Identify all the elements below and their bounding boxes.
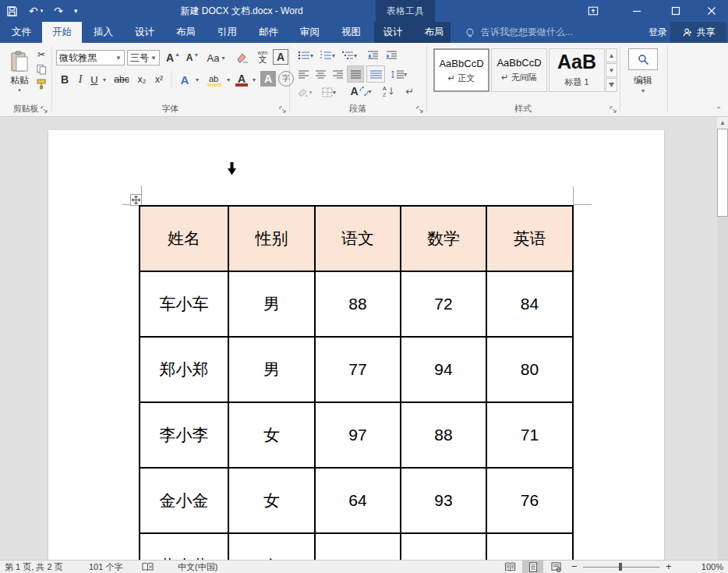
- change-case-button[interactable]: Aa▾: [204, 49, 228, 66]
- table-header-cell[interactable]: 性别: [228, 206, 315, 271]
- undo-icon[interactable]: ↶▾: [29, 5, 43, 17]
- table-header-row[interactable]: 姓名性别语文数学英语: [140, 206, 573, 271]
- table-cell[interactable]: 72: [401, 271, 486, 337]
- font-name-combobox[interactable]: 微软雅黑▼: [56, 50, 125, 65]
- strikethrough-button[interactable]: abc: [111, 72, 132, 87]
- vertical-scrollbar[interactable]: ▲: [717, 117, 728, 560]
- tab-main-4[interactable]: 引用: [207, 22, 247, 43]
- underline-dropdown-icon[interactable]: ▾: [101, 72, 108, 87]
- table-cell[interactable]: 88: [401, 402, 486, 468]
- find-button[interactable]: [628, 48, 658, 70]
- table-cell[interactable]: 90: [315, 533, 401, 560]
- bullets-button[interactable]: ▾: [296, 48, 315, 62]
- table-cell[interactable]: 64: [315, 468, 401, 533]
- customize-qat-icon[interactable]: ▾: [74, 7, 78, 15]
- multilevel-list-button[interactable]: ▾: [340, 48, 359, 62]
- copy-icon[interactable]: [34, 63, 48, 76]
- character-border-button[interactable]: A: [273, 49, 288, 65]
- bold-button[interactable]: B: [58, 72, 72, 87]
- save-icon[interactable]: [6, 5, 18, 17]
- subscript-button[interactable]: x₂: [134, 72, 150, 87]
- phonetic-guide-icon[interactable]: wén文: [254, 48, 271, 66]
- highlight-dropdown-icon[interactable]: ▾: [224, 72, 232, 87]
- table-header-cell[interactable]: 数学: [401, 206, 486, 271]
- redo-icon[interactable]: ↷: [54, 5, 63, 17]
- table-cell[interactable]: 男: [228, 271, 315, 337]
- enclose-characters-button[interactable]: 字: [278, 71, 294, 87]
- clear-formatting-icon[interactable]: [234, 49, 251, 66]
- editing-menu-button[interactable]: 编辑: [628, 74, 658, 87]
- table-cell[interactable]: 93: [401, 468, 486, 533]
- increase-indent-icon[interactable]: [383, 48, 399, 62]
- align-left-icon[interactable]: [296, 67, 310, 81]
- styles-more-icon[interactable]: ▬▼: [606, 78, 617, 92]
- align-center-icon[interactable]: [313, 67, 327, 81]
- style-card-2[interactable]: AaB标题 1: [549, 48, 605, 92]
- table-cell[interactable]: 女: [228, 468, 315, 533]
- text-effects-dropdown-icon[interactable]: ▾: [193, 72, 201, 87]
- font-color-button[interactable]: A: [234, 70, 249, 87]
- font-color-dropdown-icon[interactable]: ▾: [250, 72, 258, 87]
- styles-dialog-launcher-icon[interactable]: [610, 104, 617, 112]
- shading-button[interactable]: ▾: [295, 85, 315, 99]
- grow-font-button[interactable]: A▲: [164, 49, 182, 66]
- tab-file[interactable]: 文件: [2, 22, 41, 43]
- justify-button-selected[interactable]: [347, 65, 364, 83]
- shrink-font-button[interactable]: A▼: [184, 49, 201, 66]
- read-mode-icon[interactable]: [500, 561, 521, 573]
- tab-main-2[interactable]: 设计: [125, 22, 164, 43]
- score-table[interactable]: 姓名性别语文数学英语 车小车男887284郑小郑男779480李小李女97887…: [139, 205, 574, 560]
- table-cell[interactable]: 97: [401, 533, 486, 560]
- tell-me-search[interactable]: 告诉我您想要做什么...: [465, 22, 573, 43]
- zoom-slider-thumb[interactable]: [619, 563, 622, 571]
- table-cell[interactable]: 76: [486, 468, 573, 533]
- align-right-icon[interactable]: [330, 67, 345, 81]
- table-cell[interactable]: 88: [315, 271, 401, 337]
- sign-in-link[interactable]: 登录: [648, 22, 667, 43]
- table-row[interactable]: 车小车男887284: [140, 271, 573, 337]
- share-button[interactable]: 共享: [670, 22, 726, 43]
- format-painter-icon[interactable]: [34, 78, 48, 90]
- numbering-button[interactable]: ▾: [318, 48, 337, 62]
- table-cell[interactable]: 李小李: [140, 402, 228, 468]
- highlight-button[interactable]: ab: [204, 70, 223, 87]
- table-cell[interactable]: 71: [486, 402, 573, 468]
- page-indicator[interactable]: 第 1 页, 共 2 页: [5, 561, 63, 573]
- tab-home[interactable]: 开始: [42, 22, 82, 43]
- tab-main-6[interactable]: 审阅: [290, 22, 330, 43]
- distributed-justify-button[interactable]: [366, 65, 385, 83]
- tab-table-tools-0[interactable]: 设计: [375, 22, 411, 43]
- scrollbar-thumb[interactable]: [717, 129, 728, 217]
- zoom-in-button[interactable]: +: [666, 561, 672, 573]
- language-indicator[interactable]: 中文(中国): [178, 561, 217, 573]
- borders-button[interactable]: ▾: [318, 85, 340, 99]
- table-cell[interactable]: 84: [486, 271, 573, 337]
- table-cell[interactable]: 女: [228, 533, 315, 560]
- styles-scroll-down-icon[interactable]: ▼: [606, 63, 617, 77]
- table-cell[interactable]: 车小车: [140, 271, 228, 337]
- collapse-ribbon-icon[interactable]: ⌃: [711, 103, 726, 115]
- table-header-cell[interactable]: 英语: [486, 206, 573, 271]
- undo-dropdown-icon[interactable]: ▾: [41, 8, 44, 14]
- underline-button[interactable]: U: [88, 72, 101, 87]
- sort-button[interactable]: AZ: [379, 83, 398, 99]
- decrease-indent-icon[interactable]: [365, 48, 380, 62]
- cut-icon[interactable]: ✂: [34, 48, 48, 61]
- minimize-button[interactable]: [624, 0, 650, 22]
- document-page[interactable]: 姓名性别语文数学英语 车小车男887284郑小郑男779480李小李女97887…: [48, 130, 665, 560]
- table-cell[interactable]: 80: [486, 337, 573, 402]
- ribbon-display-options-icon[interactable]: [580, 0, 606, 22]
- zoom-level[interactable]: 100%: [683, 561, 723, 573]
- print-layout-icon[interactable]: [522, 561, 543, 573]
- tab-table-tools-1[interactable]: 布局: [416, 22, 452, 43]
- table-header-cell[interactable]: 姓名: [140, 206, 228, 271]
- web-layout-icon[interactable]: [546, 561, 567, 573]
- zoom-out-button[interactable]: −: [571, 561, 578, 573]
- tab-main-7[interactable]: 视图: [331, 22, 371, 43]
- paragraph-dialog-launcher-icon[interactable]: [416, 104, 424, 112]
- table-cell[interactable]: 金小金: [140, 468, 228, 533]
- tab-main-3[interactable]: 布局: [166, 22, 206, 43]
- show-formatting-marks-button[interactable]: ↵: [402, 83, 418, 99]
- table-cell[interactable]: 男: [228, 337, 315, 402]
- table-header-cell[interactable]: 语文: [315, 206, 401, 271]
